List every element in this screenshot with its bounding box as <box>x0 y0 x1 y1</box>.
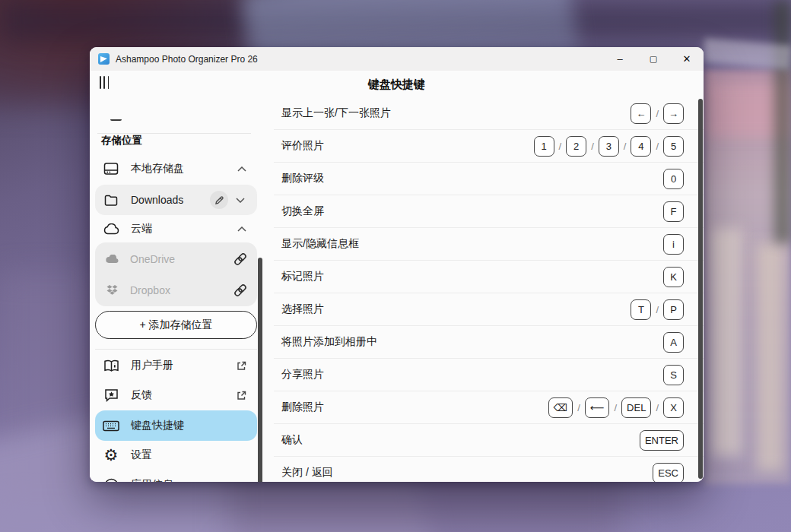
backdrop-right-photo <box>703 70 791 484</box>
shortcut-label: 将照片添加到相册中 <box>281 335 663 349</box>
keyboard-icon <box>101 420 121 432</box>
key-separator: / <box>577 402 580 413</box>
sidebar-item-label: Downloads <box>131 194 210 206</box>
sidebar-item-label: 云端 <box>131 222 237 236</box>
shortcut-row: 删除照片⌫/⟵/DEL/X <box>274 391 704 424</box>
add-storage-button[interactable]: + 添加存储位置 <box>95 311 257 339</box>
key-badge: 2 <box>566 136 586 157</box>
key-badge: A <box>663 332 684 353</box>
backdrop-right-figure <box>757 243 783 471</box>
shortcut-row: 显示/隐藏信息框i <box>274 228 704 261</box>
shortcut-label: 标记照片 <box>281 270 663 283</box>
key-badge: DEL <box>621 397 651 418</box>
shortcut-row: 标记照片K <box>274 261 704 293</box>
key-badge: F <box>663 201 684 222</box>
backdrop-right-edge <box>774 0 791 243</box>
shortcut-row: 显示上一张/下一张照片←/→ <box>274 97 704 130</box>
sidebar-item-downloads[interactable]: Downloads <box>95 185 257 215</box>
key-badge: → <box>663 103 684 124</box>
window-title: Ashampoo Photo Organizer Pro 26 <box>116 54 258 65</box>
key-badge: 1 <box>534 136 554 157</box>
maximize-button[interactable]: ▢ <box>637 47 670 71</box>
chevron-up-icon[interactable] <box>237 226 246 232</box>
key-separator: / <box>656 402 659 413</box>
backdrop-right-flowers <box>707 84 787 137</box>
sidebar-item-local-drive[interactable]: 本地存储盘 <box>95 154 257 184</box>
sidebar-item-onedrive[interactable]: OneDrive <box>95 244 257 274</box>
key-badge: K <box>663 267 684 287</box>
shortcut-row: 关闭 / 返回ESC <box>274 457 704 482</box>
shortcut-row: 将照片添加到相册中A <box>274 326 704 359</box>
backdrop-top-shade <box>0 0 791 42</box>
titlebar[interactable]: Ashampoo Photo Organizer Pro 26 – ▢ ✕ <box>90 47 704 71</box>
folder-icon <box>101 195 121 206</box>
shortcut-list: 显示上一张/下一张照片←/→评价照片1/2/3/4/5删除评级0切换全屏F显示/… <box>274 97 704 482</box>
key-badge: ENTER <box>640 430 684 451</box>
app-logo-icon <box>98 53 110 65</box>
backdrop-photo-frame <box>703 38 791 70</box>
divider <box>95 349 257 350</box>
menu-icon[interactable] <box>100 76 115 90</box>
backdrop-right-figure <box>711 228 742 456</box>
shortcut-label: 确认 <box>281 433 640 447</box>
shortcut-label: 切换全屏 <box>281 204 663 218</box>
manual-book-icon <box>101 359 121 372</box>
key-badge: ⟵ <box>585 397 610 418</box>
chevron-down-icon[interactable] <box>236 198 245 203</box>
external-link-icon <box>237 361 246 371</box>
sidebar-item-label: 设置 <box>131 448 257 462</box>
shortcut-label: 删除评级 <box>281 172 663 185</box>
shortcut-label: 关闭 / 返回 <box>281 466 653 480</box>
shortcut-label: 选择照片 <box>281 302 631 316</box>
link-icon[interactable] <box>233 283 248 298</box>
sidebar-item-cloud[interactable]: 云端 <box>95 214 257 244</box>
shortcut-row: 切换全屏F <box>274 195 704 228</box>
sidebar-item-feedback[interactable]: 反馈 <box>95 380 257 410</box>
sidebar-item-manual[interactable]: 用户手册 <box>95 350 257 381</box>
link-icon[interactable] <box>233 252 248 267</box>
shortcut-label: 显示/隐藏信息框 <box>281 237 663 251</box>
key-badge: T <box>631 299 651 320</box>
sidebar-item-label: Dropbox <box>130 284 233 296</box>
key-separator: / <box>614 402 617 413</box>
hard-drive-icon <box>101 162 121 176</box>
sidebar-item-about[interactable]: 应用信息 <box>95 470 257 482</box>
section-label-storage: 存储位置 <box>101 135 142 147</box>
key-badge: ESC <box>653 463 684 483</box>
chevron-up-icon[interactable] <box>237 166 246 172</box>
sidebar-item-label: 用户手册 <box>131 359 237 372</box>
key-badge: P <box>663 299 684 320</box>
minimize-button[interactable]: – <box>603 47 637 71</box>
shortcut-row: 删除评级0 <box>274 163 704 195</box>
sidebar-item-label: 本地存储盘 <box>131 162 237 176</box>
close-button[interactable]: ✕ <box>670 47 704 71</box>
app-window: Ashampoo Photo Organizer Pro 26 – ▢ ✕ 键盘… <box>90 47 704 482</box>
key-badge: ⌫ <box>548 397 573 418</box>
shortcut-row: 分享照片S <box>274 359 704 391</box>
sidebar: 存储位置 本地存储盘 Downloads <box>90 71 274 482</box>
dropbox-icon <box>104 283 119 298</box>
shortcut-label: 显示上一张/下一张照片 <box>281 106 631 120</box>
key-badge: i <box>663 234 684 255</box>
key-separator: / <box>656 108 659 119</box>
shortcut-label: 分享照片 <box>281 368 663 382</box>
key-badge: 3 <box>599 136 619 157</box>
sidebar-item-shortcuts[interactable]: 键盘快捷键 <box>95 410 257 441</box>
shortcut-label: 删除照片 <box>281 401 548 414</box>
sidebar-item-settings[interactable]: ⚙ 设置 <box>95 440 257 470</box>
cloud-icon <box>101 223 121 235</box>
backdrop-left-photo <box>0 274 99 502</box>
info-icon <box>101 478 121 483</box>
sidebar-item-label: 反馈 <box>131 388 237 402</box>
sidebar-scrollbar[interactable] <box>258 258 262 482</box>
feedback-star-bubble-icon <box>101 388 121 402</box>
content-scrollbar[interactable] <box>698 99 703 479</box>
sidebar-item-label: 应用信息 <box>131 478 257 482</box>
key-badge: ← <box>631 103 651 124</box>
clipped-item-icon <box>110 119 122 121</box>
key-badge: 0 <box>663 169 684 189</box>
key-separator: / <box>656 141 659 152</box>
sidebar-item-dropbox[interactable]: Dropbox <box>95 275 257 306</box>
edit-pen-icon[interactable] <box>210 191 228 209</box>
key-separator: / <box>591 141 594 152</box>
